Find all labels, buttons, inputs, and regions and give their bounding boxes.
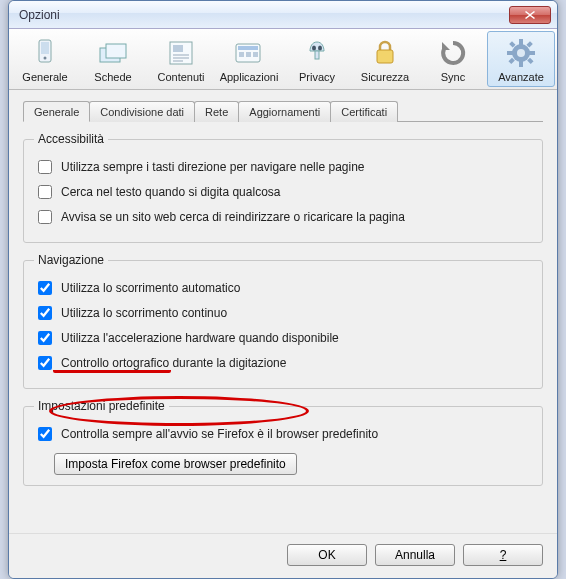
content-icon xyxy=(165,37,197,69)
tab-general[interactable]: Generale xyxy=(23,101,90,122)
category-toolbar: Generale Schede Contenuti Applicazioni P… xyxy=(9,29,557,90)
svg-rect-27 xyxy=(526,41,532,47)
svg-rect-21 xyxy=(519,39,523,45)
gear-icon xyxy=(505,37,537,69)
cat-privacy[interactable]: Privacy xyxy=(283,31,351,87)
svg-point-15 xyxy=(312,46,316,51)
window-title: Opzioni xyxy=(19,8,509,22)
general-icon xyxy=(29,37,61,69)
privacy-icon xyxy=(301,37,333,69)
lbl-autoscroll: Utilizza lo scorrimento automatico xyxy=(61,281,240,295)
svg-rect-26 xyxy=(527,58,533,64)
content-panel: Accessibilità Utilizza sempre i tasti di… xyxy=(23,132,543,523)
cat-content[interactable]: Contenuti xyxy=(147,31,215,87)
svg-rect-17 xyxy=(315,51,319,59)
close-icon xyxy=(525,11,535,19)
legend-navigation: Navigazione xyxy=(34,253,108,267)
lbl-search-typing: Cerca nel testo quando si digita qualcos… xyxy=(61,185,280,199)
group-accessibility: Accessibilità Utilizza sempre i tasti di… xyxy=(23,132,543,243)
cat-label: Generale xyxy=(22,71,67,83)
tab-updates[interactable]: Aggiornamenti xyxy=(238,101,331,122)
cat-label: Privacy xyxy=(299,71,335,83)
apps-icon xyxy=(233,37,265,69)
svg-rect-11 xyxy=(238,46,258,50)
svg-rect-24 xyxy=(529,51,535,55)
cat-advanced[interactable]: Avanzate xyxy=(487,31,555,87)
tabs-icon xyxy=(97,37,129,69)
cat-tabs[interactable]: Schede xyxy=(79,31,147,87)
options-window: Opzioni Generale Schede Contenuti xyxy=(8,0,558,579)
chk-check-default[interactable] xyxy=(38,427,52,441)
legend-accessibility: Accessibilità xyxy=(34,132,108,146)
legend-defaults: Impostazioni predefinite xyxy=(34,399,169,413)
chk-smoothscroll[interactable] xyxy=(38,306,52,320)
svg-rect-4 xyxy=(106,44,126,58)
tab-datashare[interactable]: Condivisione dati xyxy=(89,101,195,122)
cat-label: Sync xyxy=(441,71,465,83)
lbl-check-default: Controlla sempre all'avvio se Firefox è … xyxy=(61,427,378,441)
tab-certs[interactable]: Certificati xyxy=(330,101,398,122)
chk-spellcheck[interactable] xyxy=(38,356,52,370)
subtab-row: Generale Condivisione dati Rete Aggiorna… xyxy=(23,100,543,122)
svg-rect-1 xyxy=(41,42,49,54)
close-button[interactable] xyxy=(509,6,551,24)
svg-point-16 xyxy=(318,46,322,51)
cat-label: Avanzate xyxy=(498,71,544,83)
set-default-button[interactable]: Imposta Firefox come browser predefinito xyxy=(54,453,297,475)
cat-label: Contenuti xyxy=(157,71,204,83)
chk-cursor-keys[interactable] xyxy=(38,160,52,174)
svg-rect-6 xyxy=(173,45,183,52)
chk-search-typing[interactable] xyxy=(38,185,52,199)
cat-general[interactable]: Generale xyxy=(11,31,79,87)
cat-label: Schede xyxy=(94,71,131,83)
cat-sync[interactable]: Sync xyxy=(419,31,487,87)
cat-label: Sicurezza xyxy=(361,71,409,83)
svg-rect-28 xyxy=(508,58,514,64)
help-button[interactable]: ? xyxy=(463,544,543,566)
svg-rect-13 xyxy=(246,52,251,57)
cat-label: Applicazioni xyxy=(220,71,279,83)
svg-rect-12 xyxy=(239,52,244,57)
titlebar: Opzioni xyxy=(9,1,557,29)
chk-autoscroll[interactable] xyxy=(38,281,52,295)
cat-apps[interactable]: Applicazioni xyxy=(215,31,283,87)
svg-point-20 xyxy=(517,49,525,57)
svg-rect-18 xyxy=(377,50,393,63)
tab-network[interactable]: Rete xyxy=(194,101,239,122)
chk-hwaccel[interactable] xyxy=(38,331,52,345)
svg-rect-22 xyxy=(519,61,523,67)
lbl-cursor-keys: Utilizza sempre i tasti direzione per na… xyxy=(61,160,365,174)
lock-icon xyxy=(369,37,401,69)
cancel-button[interactable]: Annulla xyxy=(375,544,455,566)
cat-security[interactable]: Sicurezza xyxy=(351,31,419,87)
dialog-buttons: OK Annulla ? xyxy=(9,533,557,578)
group-defaults: Impostazioni predefinite Controlla sempr… xyxy=(23,399,543,486)
lbl-warn-redirect: Avvisa se un sito web cerca di reindiriz… xyxy=(61,210,405,224)
lbl-hwaccel: Utilizza l'accelerazione hardware quando… xyxy=(61,331,339,345)
chk-warn-redirect[interactable] xyxy=(38,210,52,224)
lbl-smoothscroll: Utilizza lo scorrimento continuo xyxy=(61,306,227,320)
lbl-spellcheck: Controllo ortografico durante la digitaz… xyxy=(61,356,286,370)
ok-button[interactable]: OK xyxy=(287,544,367,566)
svg-rect-14 xyxy=(253,52,258,57)
svg-rect-23 xyxy=(507,51,513,55)
svg-rect-25 xyxy=(509,41,515,47)
sync-icon xyxy=(437,37,469,69)
group-navigation: Navigazione Utilizza lo scorrimento auto… xyxy=(23,253,543,389)
svg-point-2 xyxy=(44,57,47,60)
